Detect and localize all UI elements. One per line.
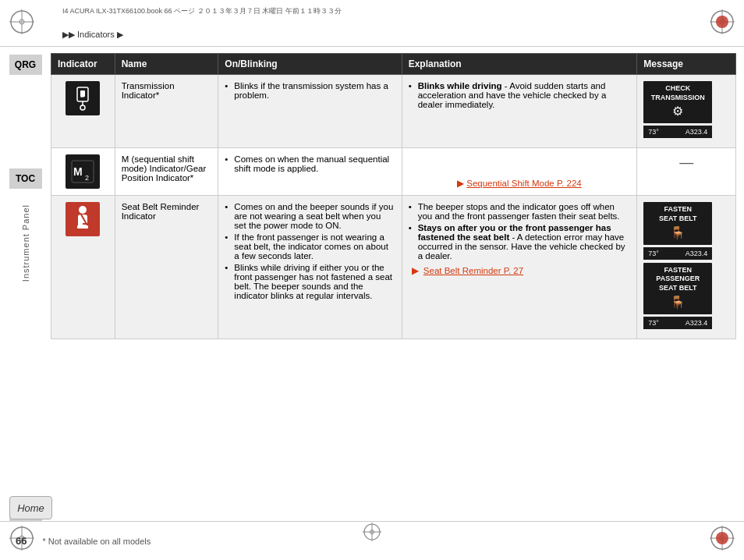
col-header-onblink: On/Blinking bbox=[218, 54, 402, 75]
indicator-icon-cell: D bbox=[51, 75, 115, 148]
toc-button[interactable]: TOC bbox=[9, 168, 42, 189]
indicator-icon-cell-2: M 2 bbox=[51, 148, 115, 196]
svg-point-30 bbox=[79, 206, 87, 214]
display-temp-fasten: 73° bbox=[648, 250, 659, 257]
message-display-fasten: 73° A323.4 bbox=[643, 247, 712, 260]
home-button[interactable]: Home bbox=[9, 496, 52, 519]
row3-name-text: Seat Belt Reminder Indicator bbox=[122, 202, 200, 221]
qrg-button[interactable]: QRG bbox=[9, 55, 42, 75]
fasten-title2: SEAT BELT bbox=[646, 214, 710, 224]
row1-onblink-item: Blinks if the transmission system has a … bbox=[225, 81, 395, 100]
pass-title1: FASTEN bbox=[646, 266, 710, 275]
display-temp-pass: 73° bbox=[648, 319, 659, 327]
sequential-shift-link[interactable]: Sequential Shift Mode P. 224 bbox=[466, 179, 581, 188]
left-sidebar: QRG TOC Instrument Panel Index bbox=[0, 47, 51, 521]
col-header-name: Name bbox=[115, 54, 218, 75]
row1-explain-item: Blinks while driving - Avoid sudden star… bbox=[409, 81, 631, 109]
row2-message: — bbox=[637, 148, 736, 196]
pass-title2: PASSENGER bbox=[646, 275, 710, 284]
message-title1: CHECK bbox=[646, 84, 710, 94]
header-breadcrumb: ▶▶ Indicators ▶ bbox=[62, 30, 123, 40]
message-display-1: 73° A323.4 bbox=[643, 126, 712, 138]
main-content: Indicator Name On/Blinking Explanation M… bbox=[51, 53, 736, 521]
display-temp-1: 73° bbox=[648, 128, 659, 136]
row2-link-container: ▶ Sequential Shift Mode P. 224 bbox=[409, 154, 631, 189]
indicator-icon-cell-3 bbox=[51, 196, 115, 338]
row1-name-text: Transmission Indicator* bbox=[122, 81, 175, 100]
row3-onblink-item-1: Comes on and the beeper sounds if you ar… bbox=[225, 202, 395, 230]
pass-title3: SEAT BELT bbox=[646, 284, 710, 293]
row1-name: Transmission Indicator* bbox=[115, 75, 218, 148]
svg-text:D: D bbox=[80, 92, 85, 99]
row3-explain-item-1: The beeper stops and the indicator goes … bbox=[409, 202, 631, 221]
row1-explain-bold: Blinks while driving bbox=[418, 81, 502, 90]
row2-name-text: M (sequential shift mode) Indicator/Gear… bbox=[122, 154, 207, 183]
footer-note: * Not available on all models bbox=[42, 537, 151, 546]
fasten-title1: FASTEN bbox=[646, 205, 710, 214]
message-box-fasten: FASTEN SEAT BELT 🪑 bbox=[643, 202, 712, 244]
transmission-icon-box: D bbox=[66, 81, 100, 115]
file-info: I4 ACURA ILX-31TX66100.book 66 ページ ２０１３年… bbox=[62, 6, 342, 16]
col-header-indicator: Indicator bbox=[51, 54, 115, 75]
page-number: 66 bbox=[16, 535, 27, 547]
row2-name: M (sequential shift mode) Indicator/Gear… bbox=[115, 148, 218, 196]
indicator-table: Indicator Name On/Blinking Explanation M… bbox=[51, 53, 736, 339]
row1-explain: Blinks while driving - Avoid sudden star… bbox=[402, 75, 637, 148]
row3-explain: The beeper stops and the indicator goes … bbox=[402, 196, 637, 338]
message-display-passenger: 73° A323.4 bbox=[643, 317, 712, 329]
table-row: M 2 M (sequential shift mode) Indicator/… bbox=[51, 148, 736, 196]
row2-explain: ▶ Sequential Shift Mode P. 224 bbox=[402, 148, 637, 196]
seatbelt-link-icon: ▶ bbox=[412, 266, 419, 275]
pass-belt-icon: 🪑 bbox=[646, 295, 710, 310]
svg-text:M: M bbox=[73, 165, 83, 178]
sequential-link-icon: ▶ bbox=[457, 178, 464, 189]
row1-message: CHECK TRANSMISSION ⚙ 73° A323.4 bbox=[637, 75, 736, 148]
row3-message: FASTEN SEAT BELT 🪑 73° A323.4 FASTEN PAS… bbox=[637, 196, 736, 338]
fasten-belt-icon: 🪑 bbox=[646, 225, 710, 240]
row2-onblink: Comes on when the manual sequential shif… bbox=[218, 148, 402, 196]
row3-onblink: Comes on and the beeper sounds if you ar… bbox=[218, 196, 402, 338]
seat-belt-reminder-link[interactable]: Seat Belt Reminder P. 27 bbox=[423, 266, 523, 275]
message-box-transmission: CHECK TRANSMISSION ⚙ bbox=[643, 81, 712, 123]
display-gear-fasten: A323.4 bbox=[686, 250, 708, 257]
m2-icon-box: M 2 bbox=[66, 154, 100, 189]
svg-text:2: 2 bbox=[85, 174, 89, 182]
col-header-message: Message bbox=[637, 54, 736, 75]
seatbelt-icon-box bbox=[66, 202, 100, 236]
message-gear-icon: ⚙ bbox=[646, 104, 710, 119]
table-row: Seat Belt Reminder Indicator Comes on an… bbox=[51, 196, 736, 338]
message-title2: TRANSMISSION bbox=[646, 94, 710, 103]
footer: 66 * Not available on all models bbox=[0, 521, 744, 560]
header-bar: ▶▶ Indicators ▶ I4 ACURA ILX-31TX66100.b… bbox=[0, 0, 744, 47]
display-gear-1: A323.4 bbox=[686, 128, 708, 136]
row1-onblink: Blinks if the transmission system has a … bbox=[218, 75, 402, 148]
section-label: Instrument Panel bbox=[21, 204, 30, 282]
display-gear-pass: A323.4 bbox=[686, 319, 708, 327]
svg-rect-33 bbox=[77, 225, 88, 229]
row3-onblink-item-2: If the front passenger is not wearing a … bbox=[225, 232, 395, 261]
row2-onblink-item: Comes on when the manual sequential shif… bbox=[225, 154, 395, 173]
table-row: D Transmission Indicator* Blinks if the … bbox=[51, 75, 736, 148]
message-box-passenger: FASTEN PASSENGER SEAT BELT 🪑 bbox=[643, 263, 712, 314]
row3-onblink-item-3: Blinks while driving if either you or th… bbox=[225, 263, 395, 300]
row3-name: Seat Belt Reminder Indicator bbox=[115, 196, 218, 338]
row3-link-container: ▶ Seat Belt Reminder P. 27 bbox=[409, 265, 631, 276]
row3-explain-item-2: Stays on after you or the front passenge… bbox=[409, 223, 631, 261]
col-header-explain: Explanation bbox=[402, 54, 637, 75]
